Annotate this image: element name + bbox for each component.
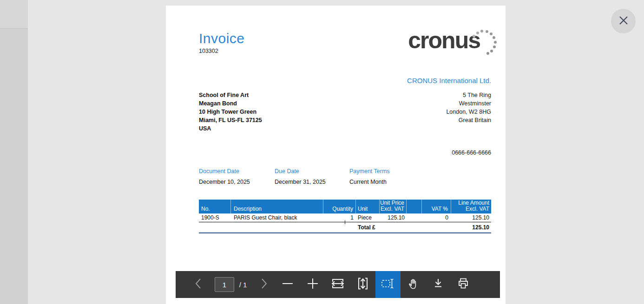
- table-total-row: Total £ 125.10: [199, 222, 491, 232]
- table-end-rule: [199, 232, 491, 233]
- cronus-logo: cronus: [408, 29, 480, 52]
- download-button[interactable]: [426, 271, 451, 298]
- column-header-description: Description: [231, 200, 323, 213]
- payment-terms-label: Payment Terms: [349, 168, 390, 175]
- customer-address-line: Miami, FL US-FL 37125: [199, 116, 262, 124]
- due-date-value: December 31, 2025: [275, 179, 326, 185]
- column-header-no: No.: [199, 200, 231, 213]
- document-date-value: December 10, 2025: [199, 179, 250, 185]
- plus-icon: [307, 278, 319, 291]
- invoice-lines-table: No. Description Quantity Unit Unit Price…: [199, 200, 491, 233]
- due-date-field: Due Date December 31, 2025: [275, 168, 326, 185]
- invoice-info-fields: Document Date December 10, 2025 Due Date…: [199, 168, 491, 191]
- table-header-row: No. Description Quantity Unit Unit Price…: [199, 200, 491, 213]
- total-label: Total £: [358, 224, 375, 231]
- background-page-edge: [0, 0, 28, 304]
- invoice-title: Invoice: [199, 31, 245, 46]
- download-icon: [432, 277, 445, 292]
- fit-to-width-button[interactable]: [325, 271, 350, 298]
- cell-unit-price: 125.10: [380, 214, 407, 221]
- company-address-line: Westminster: [446, 99, 491, 108]
- customer-address-line: Meagan Bond: [199, 99, 262, 108]
- fit-to-page-button[interactable]: [350, 271, 375, 298]
- fit-width-icon: [331, 278, 345, 291]
- hand-icon: [407, 278, 420, 292]
- close-button[interactable]: [611, 9, 636, 33]
- company-address-line: London, W2 8HG: [446, 108, 491, 116]
- page-number-input[interactable]: [215, 277, 234, 292]
- cell-unit: Piece: [356, 214, 380, 221]
- chevron-left-icon: [193, 277, 204, 292]
- company-address: 5 The Ring Westminster London, W2 8HG Gr…: [446, 91, 491, 124]
- total-row-divider: [345, 220, 345, 224]
- company-address-line: Great Britain: [446, 116, 491, 124]
- payment-terms-field: Payment Terms Current Month: [349, 168, 390, 185]
- column-header-spacer: [407, 200, 422, 213]
- zoom-out-button[interactable]: [275, 271, 300, 298]
- pdf-viewer-toolbar: / 1: [176, 271, 500, 298]
- column-header-vat: VAT %: [422, 200, 451, 213]
- customer-address-line: 10 High Tower Green: [199, 108, 262, 116]
- background-page-header-edge: [0, 0, 28, 29]
- due-date-label: Due Date: [275, 168, 326, 175]
- print-button[interactable]: [451, 271, 476, 298]
- customer-address: School of Fine Art Meagan Bond 10 High T…: [199, 91, 262, 133]
- payment-terms-value: Current Month: [349, 179, 390, 185]
- invoice-number: 103302: [199, 48, 218, 54]
- total-value: 125.10: [375, 224, 491, 231]
- pan-tool-button[interactable]: [401, 271, 426, 298]
- toolbar-tools-group: [275, 271, 476, 298]
- select-text-tool-button[interactable]: [375, 271, 401, 298]
- column-header-line-amount: Line AmountExcl. VAT: [451, 200, 491, 213]
- page-count-label: / 1: [235, 281, 251, 289]
- cell-description: PARIS Guest Chair, black: [231, 214, 323, 221]
- customer-address-line: School of Fine Art: [199, 91, 262, 99]
- document-date-label: Document Date: [199, 168, 250, 175]
- company-address-line: 5 The Ring: [446, 91, 491, 99]
- column-header-quantity: Quantity: [323, 200, 356, 213]
- document-date-field: Document Date December 10, 2025: [199, 168, 250, 185]
- column-header-unit: Unit: [356, 200, 380, 213]
- company-phone: 0666-666-6666: [452, 149, 491, 156]
- cell-vat: 0: [422, 214, 451, 221]
- fit-height-icon: [357, 277, 369, 292]
- company-name: CRONUS International Ltd.: [407, 77, 491, 84]
- previous-page-button[interactable]: [188, 271, 209, 298]
- text-selection-icon: [381, 277, 395, 292]
- cell-item-no: 1900-S: [199, 214, 231, 221]
- next-page-button[interactable]: [255, 271, 273, 298]
- chevron-right-icon: [259, 277, 269, 292]
- zoom-in-button[interactable]: [300, 271, 325, 298]
- customer-address-line: USA: [199, 124, 262, 133]
- close-icon: [616, 13, 631, 30]
- cell-quantity: 1: [323, 214, 356, 221]
- column-header-unit-price: Unit PriceExcl. VAT: [380, 200, 407, 213]
- invoice-preview-document: Invoice 103302 cronus CRONUS Internation…: [166, 6, 506, 304]
- cell-line-amount: 125.10: [451, 214, 491, 221]
- minus-icon: [282, 278, 294, 291]
- printer-icon: [457, 277, 470, 292]
